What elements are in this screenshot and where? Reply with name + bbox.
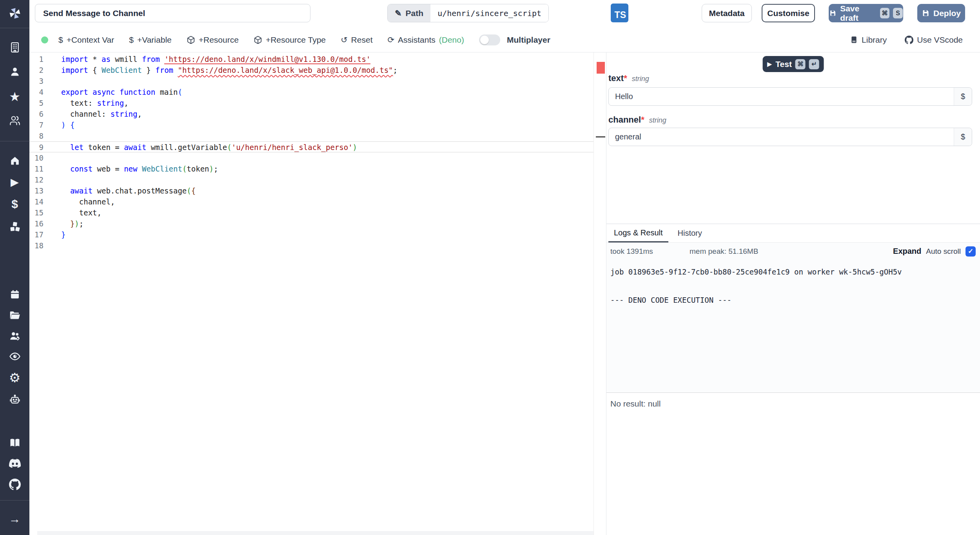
- metadata-button[interactable]: Metadata: [702, 4, 752, 22]
- reset-label: Reset: [351, 35, 373, 45]
- sidebar-item-docs[interactable]: [0, 434, 29, 451]
- code-text: text: string,: [44, 98, 129, 108]
- code-line[interactable]: 10: [29, 152, 593, 163]
- code-text: [44, 76, 61, 87]
- insert-variable-button[interactable]: $: [954, 128, 972, 146]
- customise-button[interactable]: Customise: [762, 4, 815, 22]
- use-vscode-button[interactable]: Use VScode: [905, 35, 963, 45]
- code-token: from: [155, 66, 178, 74]
- tab-history[interactable]: History: [672, 224, 708, 242]
- editor-toolbar: $ +Context Var $ +Variable +Resource +Re…: [29, 27, 980, 52]
- reset-button[interactable]: ↺ Reset: [341, 35, 372, 45]
- code-line[interactable]: 17}: [29, 229, 593, 240]
- sidebar-item-audit-logs[interactable]: [0, 348, 29, 365]
- sidebar-item-groups[interactable]: [0, 327, 29, 345]
- sidebar-item-github[interactable]: [0, 476, 29, 493]
- path-button[interactable]: ✎ Path u/henri/sincere_script: [387, 4, 549, 22]
- code-line[interactable]: 15 text,: [29, 207, 593, 218]
- line-number: 11: [29, 163, 44, 174]
- code-line[interactable]: 9 let token = await wmill.getVariable('u…: [29, 141, 593, 152]
- insert-variable-button[interactable]: $: [954, 88, 972, 105]
- add-variable-button[interactable]: $ +Variable: [129, 35, 171, 45]
- add-context-var-button[interactable]: $ +Context Var: [58, 35, 114, 45]
- code-line[interactable]: 6 channel: string,: [29, 108, 593, 119]
- sidebar-item-discord[interactable]: [0, 455, 29, 472]
- editor-overview-ruler[interactable]: [593, 52, 606, 535]
- code-token: 'https://deno.land/x/windmill@v1.130.0/m…: [164, 55, 370, 64]
- windmill-logo[interactable]: [0, 5, 29, 22]
- sidebar-item-users[interactable]: [0, 112, 29, 129]
- code-line[interactable]: 5 text: string,: [29, 98, 593, 108]
- sidebar-item-workers[interactable]: [0, 390, 29, 408]
- code-token: WebClient: [102, 66, 142, 74]
- add-resource-type-button[interactable]: +Resource Type: [254, 35, 326, 45]
- line-number: 2: [29, 65, 44, 76]
- code-token: text:: [61, 99, 97, 107]
- cursor-position-marker: [596, 136, 605, 137]
- code-line[interactable]: 18: [29, 240, 593, 251]
- code-token: ,: [124, 99, 128, 107]
- dollar-icon: $: [58, 36, 63, 44]
- code-line[interactable]: 2import { WebClient } from "https://deno…: [29, 65, 593, 76]
- code-token: [61, 143, 70, 152]
- robot-icon: [9, 393, 21, 405]
- sidebar-item-folders[interactable]: [0, 307, 29, 324]
- code-text: [44, 130, 61, 141]
- toggle-knob: [480, 36, 489, 44]
- code-token: import: [61, 55, 93, 63]
- eye-icon: [9, 351, 21, 362]
- line-number: 9: [29, 142, 44, 152]
- folder-open-icon: [9, 309, 21, 321]
- save-draft-button[interactable]: Save draft ⌘ S: [829, 4, 903, 22]
- code-text: channel,: [44, 196, 115, 207]
- sidebar-item-favorites[interactable]: ★: [0, 88, 29, 105]
- code-line[interactable]: 7) {: [29, 119, 593, 130]
- code-line[interactable]: 11 const web = new WebClient(token);: [29, 163, 593, 174]
- multiplayer-toggle[interactable]: [479, 34, 500, 45]
- dollar-icon: $: [11, 198, 18, 210]
- required-asterisk: *: [624, 73, 627, 83]
- script-title-input[interactable]: [35, 4, 310, 22]
- tab-logs-result[interactable]: Logs & Result: [608, 224, 668, 242]
- test-button[interactable]: ▶ Test ⌘ ↵: [762, 56, 824, 72]
- sidebar-item-resources[interactable]: [0, 218, 29, 235]
- line-number: 17: [29, 229, 44, 240]
- code-token: wmill.getVariable: [146, 143, 227, 152]
- sidebar-item-user[interactable]: [0, 63, 29, 80]
- code-token: [61, 164, 70, 173]
- code-line[interactable]: 14 channel,: [29, 196, 593, 207]
- library-button[interactable]: Library: [850, 35, 887, 45]
- sidebar-item-variables[interactable]: $: [0, 195, 29, 213]
- header: ✎ Path u/henri/sincere_script TS Metadat…: [29, 0, 980, 27]
- code-token: 'u/henri/henri_slack_perso': [232, 143, 353, 152]
- assistants-button[interactable]: ⟳ Assistants (Deno): [387, 35, 464, 45]
- autoscroll-checkbox[interactable]: ✓: [965, 246, 976, 257]
- code-line[interactable]: 12: [29, 174, 593, 185]
- line-number: 16: [29, 218, 44, 229]
- sidebar-item-schedules[interactable]: [0, 286, 29, 303]
- editor-horizontal-scrollbar[interactable]: [37, 531, 593, 535]
- sidebar-item-workspace[interactable]: [0, 39, 29, 56]
- code-line[interactable]: 4export async function main(: [29, 87, 593, 98]
- code-line[interactable]: 13 await web.chat.postMessage({: [29, 185, 593, 196]
- code-token: channel:: [61, 110, 111, 118]
- text-field-input[interactable]: [608, 87, 972, 106]
- code-token: token: [187, 164, 209, 173]
- sidebar-expand-button[interactable]: →: [0, 510, 29, 528]
- code-line[interactable]: 8: [29, 130, 593, 141]
- field-name: text: [608, 73, 624, 83]
- code-editor[interactable]: 1import * as wmill from 'https://deno.la…: [29, 52, 593, 535]
- package-icon: [187, 36, 195, 44]
- code-line[interactable]: 16 });: [29, 218, 593, 229]
- assistants-label: Assistants: [398, 35, 436, 45]
- add-resource-button[interactable]: +Resource: [187, 35, 239, 45]
- code-line[interactable]: 1import * as wmill from 'https://deno.la…: [29, 54, 593, 65]
- deploy-button[interactable]: Deploy: [917, 4, 965, 22]
- sidebar-item-home[interactable]: [0, 152, 29, 169]
- channel-field-input[interactable]: [608, 128, 972, 146]
- library-label: Library: [862, 35, 887, 45]
- sidebar-item-settings[interactable]: ⚙: [0, 369, 29, 386]
- code-line[interactable]: 3: [29, 76, 593, 87]
- sidebar-item-runs[interactable]: ▶: [0, 174, 29, 191]
- expand-button[interactable]: Expand: [893, 247, 921, 256]
